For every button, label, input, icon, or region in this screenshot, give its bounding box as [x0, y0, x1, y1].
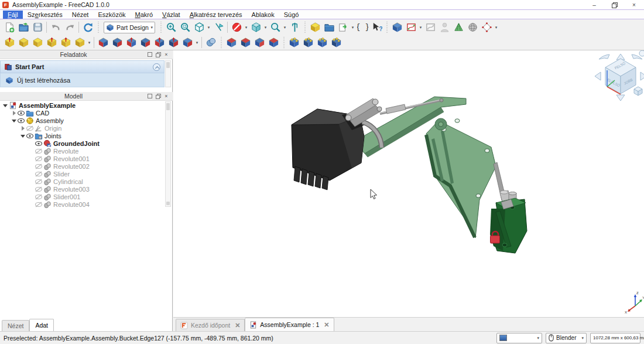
create-sketch-icon[interactable]: [404, 21, 418, 34]
dipper-plate[interactable]: [426, 118, 496, 238]
linear-pattern-icon[interactable]: [301, 36, 315, 49]
tree-item-joints[interactable]: Joints: [0, 132, 165, 139]
visibility-on-icon[interactable]: [17, 110, 25, 117]
collapse-section-icon[interactable]: [153, 63, 160, 71]
menu-szerkeszt-s[interactable]: Szerkesztés: [23, 11, 67, 19]
visibility-off-icon[interactable]: [26, 125, 34, 132]
create-part-icon[interactable]: [308, 21, 322, 34]
groove-icon[interactable]: [124, 36, 138, 49]
additive-loft-icon[interactable]: [30, 36, 44, 49]
hole-icon[interactable]: [110, 36, 124, 49]
create-body-icon[interactable]: [390, 21, 404, 34]
menu-s-g-[interactable]: Súgó: [279, 11, 304, 19]
minimize-button[interactable]: –: [584, 0, 604, 9]
dock-tab-adat[interactable]: Adat: [29, 319, 54, 331]
draw-style-dropdown[interactable]: ▾: [244, 21, 249, 34]
visibility-off-icon[interactable]: [35, 193, 43, 200]
subtractive-helix-icon[interactable]: [166, 36, 180, 49]
menu-ablakok[interactable]: Ablakok: [247, 11, 279, 19]
tree-item-groundedjoint[interactable]: GroundedJoint: [0, 139, 165, 147]
tree-item-cylindrical[interactable]: Cylindrical: [0, 178, 165, 185]
create-group-icon[interactable]: [322, 21, 336, 34]
visibility-on-icon[interactable]: [26, 132, 34, 139]
tree-expander-icon[interactable]: [11, 110, 17, 116]
redo-icon[interactable]: [63, 21, 77, 34]
tree-item-revolute[interactable]: Revolute: [0, 147, 165, 155]
multi-transform-icon[interactable]: [329, 36, 343, 49]
visibility-off-icon[interactable]: [35, 171, 43, 178]
map-sketch-icon[interactable]: [437, 21, 451, 34]
model-scrollbar[interactable]: [165, 101, 171, 207]
visibility-off-icon[interactable]: [35, 163, 43, 170]
dock-tab-nzet[interactable]: Nézet: [2, 320, 29, 331]
navigation-cube[interactable]: FELSŐ ELÜLSŐ JOBB: [595, 50, 644, 101]
tree-item-revolute004[interactable]: Revolute004: [0, 200, 165, 208]
visibility-on-icon[interactable]: [35, 140, 43, 147]
tree-item-cad[interactable]: CAD: [0, 109, 165, 117]
create-datum-dropdown[interactable]: ▾: [494, 21, 499, 34]
tree-expander-icon[interactable]: [2, 103, 8, 108]
draw-style-icon[interactable]: [229, 21, 244, 34]
whats-this-icon[interactable]: ?: [369, 21, 383, 34]
align-view-icon[interactable]: [211, 21, 225, 34]
visibility-off-icon[interactable]: [35, 186, 43, 193]
restore-button[interactable]: [604, 0, 624, 9]
make-link-dropdown[interactable]: ▾: [350, 21, 355, 34]
additive-primitive-icon[interactable]: [73, 36, 87, 49]
thickness-icon[interactable]: [266, 36, 280, 49]
additive-primitive-dropdown[interactable]: ▾: [87, 36, 92, 49]
tree-item-origin[interactable]: Origin: [0, 124, 165, 132]
navigation-style-combo[interactable]: Blender ▾: [546, 333, 587, 343]
dock-undock-icon[interactable]: [155, 52, 161, 57]
additive-pipe-icon[interactable]: [44, 36, 59, 49]
new-body-task-item[interactable]: Új test létrehozása: [0, 73, 165, 87]
subtractive-primitive-icon[interactable]: [180, 36, 194, 49]
subtractive-pipe-icon[interactable]: [152, 36, 166, 49]
tree-item-assemblyexample[interactable]: AssemblyExample: [0, 101, 165, 109]
edit-sketch-icon[interactable]: [423, 21, 437, 34]
tab-close-icon[interactable]: ✕: [324, 321, 329, 329]
tree-item-slider[interactable]: Slider: [0, 170, 165, 178]
chamfer-icon[interactable]: [238, 36, 252, 49]
validate-sketch-icon[interactable]: [451, 21, 465, 34]
shape-binder-icon[interactable]: [465, 21, 479, 34]
refresh-icon[interactable]: [81, 21, 95, 34]
boolean-icon[interactable]: [204, 36, 218, 49]
draft-icon[interactable]: [252, 36, 266, 49]
visibility-off-icon[interactable]: [35, 178, 43, 185]
standard-views-icon[interactable]: [192, 21, 206, 34]
dimension-combo[interactable]: 1072,28 mm x 600,63 mm ▾: [590, 333, 640, 343]
dock-float-icon[interactable]: [147, 93, 153, 99]
appearance-dropdown[interactable]: ▾: [263, 21, 268, 34]
base-assembly[interactable]: [490, 192, 527, 254]
menu-n-zet[interactable]: Nézet: [67, 11, 94, 19]
pad-icon[interactable]: [2, 36, 16, 49]
undo-icon[interactable]: [49, 21, 63, 34]
menu-makr-[interactable]: Makró: [131, 11, 158, 19]
make-link-icon[interactable]: [336, 21, 350, 34]
open-document-icon[interactable]: [16, 21, 30, 34]
polar-pattern-icon[interactable]: [315, 36, 329, 49]
visibility-on-icon[interactable]: [17, 117, 25, 124]
drawstyle-combo[interactable]: ▾: [496, 333, 542, 343]
visibility-off-icon[interactable]: [35, 201, 43, 208]
tree-expander-icon[interactable]: [20, 133, 26, 139]
revolution-icon[interactable]: [16, 36, 30, 49]
visibility-off-icon[interactable]: [35, 148, 43, 155]
subtractive-primitive-dropdown[interactable]: ▾: [194, 36, 200, 49]
workbench-selector[interactable]: Part Design▾: [104, 22, 155, 33]
create-sketch-dropdown[interactable]: ▾: [418, 21, 423, 34]
menu-alkatr-sz-tervez-s[interactable]: Alkatrész tervezés: [185, 11, 247, 19]
dock-float-icon[interactable]: [147, 52, 153, 57]
menu-f-jl[interactable]: Fájl: [3, 11, 23, 19]
mirrored-icon[interactable]: [287, 36, 301, 49]
subtractive-loft-icon[interactable]: [138, 36, 152, 49]
additive-helix-icon[interactable]: [59, 36, 73, 49]
tasks-scrollbar[interactable]: [165, 60, 171, 87]
create-datum-icon[interactable]: [479, 21, 494, 34]
start-part-section[interactable]: Start Part: [0, 60, 165, 73]
appearance-icon[interactable]: [249, 21, 263, 34]
standard-views-dropdown[interactable]: ▾: [206, 21, 211, 34]
tree-item-slider001[interactable]: Slider001: [0, 193, 165, 200]
tab-close-icon[interactable]: ✕: [235, 322, 240, 329]
